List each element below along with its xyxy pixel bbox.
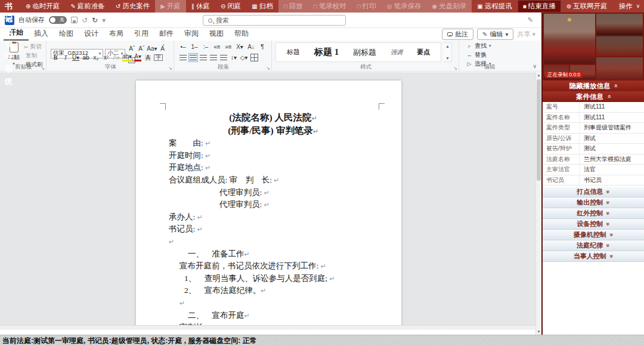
change-case-icon[interactable]: Aa▾ — [146, 45, 157, 54]
ribbon-tab[interactable]: 邮件 — [154, 29, 179, 41]
case-info-bar[interactable]: 案件信息» — [543, 91, 644, 102]
menu-transcript-check[interactable]: □ 笔录校对 — [308, 0, 352, 13]
menu-transcript-save[interactable]: ◎ 笔录保存 — [382, 0, 427, 13]
ribbon-tab[interactable]: 插入 — [29, 29, 54, 41]
share-button[interactable]: 共享 ▾ — [517, 30, 535, 39]
multilevel-list-icon[interactable]: :– — [201, 42, 210, 51]
dialog-launcher-icon[interactable]: ↘ — [453, 66, 457, 71]
replace-item[interactable]: ↔ 替换 — [466, 51, 491, 59]
scroll-down-icon[interactable]: ▼ — [445, 56, 450, 60]
align-center-icon[interactable] — [188, 53, 198, 62]
bullets-icon[interactable]: •– — [178, 42, 188, 51]
autosave-toggle[interactable]: 关 — [49, 16, 67, 24]
actions-menu[interactable]: 操作 ∨ — [613, 0, 644, 13]
redo-icon[interactable]: ↻ — [92, 16, 98, 24]
menu-internet-court[interactable]: ⊚ 互联网开庭 — [561, 0, 613, 13]
enclose-char-icon[interactable]: 字 — [153, 53, 163, 62]
style-gallery-scroll[interactable]: ▲ ▼ — [444, 42, 452, 62]
section-marking-info[interactable]: 打点信息» — [543, 187, 644, 197]
dialog-launcher-icon[interactable]: ↘ — [266, 66, 270, 71]
ribbon-tab[interactable]: 帮助 — [229, 29, 254, 41]
copy-icon[interactable]: 复制 — [24, 52, 43, 60]
menu-close-court[interactable]: ⊖ 闭庭 — [215, 0, 246, 13]
style-subtitle[interactable]: 副标题 — [353, 47, 376, 58]
strikethrough-icon[interactable]: ab — [81, 53, 91, 62]
align-right-icon[interactable] — [199, 53, 208, 62]
undo-icon[interactable]: ↺ — [82, 16, 88, 24]
menu-archive[interactable]: ▦ 归档 — [246, 0, 278, 13]
horizontal-scroll-area[interactable] — [0, 325, 535, 330]
scroll-up-icon[interactable]: ▲ — [536, 72, 541, 78]
video-feed-2[interactable] — [596, 14, 643, 35]
line-spacing-icon[interactable]: ↕▾ — [229, 53, 239, 62]
scroll-up-icon[interactable]: ▲ — [445, 44, 450, 48]
section-infrared-control[interactable]: 红外控制» — [543, 208, 644, 219]
edit-mode-button[interactable]: ✎ 编辑 ▾ — [477, 29, 513, 40]
dialog-launcher-icon[interactable]: ↘ — [168, 66, 172, 71]
font-color-icon[interactable]: A▾ — [133, 53, 143, 62]
section-camera-control[interactable]: 摄像机控制» — [543, 230, 644, 240]
menu-pretrial-prep[interactable]: ✎ 庭前准备 — [65, 0, 110, 13]
highlight-icon[interactable]: ab▾ — [122, 53, 132, 62]
find-item[interactable]: ⌕ 查找 ▾ — [466, 42, 491, 50]
distribute-icon[interactable] — [219, 53, 228, 62]
cut-icon[interactable]: ✂ 剪切 — [24, 43, 43, 51]
menu-playback[interactable]: □ 回放 — [278, 0, 308, 13]
hide-playback-info-bar[interactable]: 隐藏播放信息» — [543, 81, 644, 91]
text-effects-icon[interactable]: A▾ — [112, 53, 121, 62]
superscript-icon[interactable]: x² — [101, 53, 111, 62]
section-party-control[interactable]: 当事人控制» — [543, 251, 644, 262]
style-keypoint[interactable]: 要点 — [417, 48, 430, 57]
bold-icon[interactable]: B — [51, 53, 60, 62]
dialog-launcher-icon[interactable]: ↘ — [41, 66, 45, 71]
scrollbar-thumb[interactable] — [537, 79, 541, 181]
ribbon-tab[interactable]: 视图 — [204, 29, 229, 41]
numbering-icon[interactable]: 1– — [190, 42, 199, 51]
ribbon-tab[interactable]: 绘图 — [54, 29, 79, 41]
asian-layout-icon[interactable]: X▾ — [235, 42, 244, 51]
char-shading-icon[interactable]: A — [143, 53, 153, 62]
style-emphasis[interactable]: 强调 — [391, 48, 402, 57]
video-feed-main[interactable] — [544, 14, 595, 64]
menu-open-court[interactable]: ▶ 开庭 — [155, 0, 186, 13]
menu-print[interactable]: □ 打印 — [352, 0, 382, 13]
borders-icon[interactable] — [249, 53, 259, 62]
ribbon-tab[interactable]: 布局 — [104, 29, 129, 41]
sort-icon[interactable]: A↓ — [246, 42, 256, 51]
pen-icon[interactable]: ✎ — [528, 16, 533, 24]
shrink-font-icon[interactable]: Aˇ — [137, 45, 146, 54]
collapse-ribbon-icon[interactable]: ∨ — [532, 63, 537, 69]
align-left-icon[interactable] — [178, 53, 188, 62]
search-input[interactable]: 搜索 — [203, 15, 346, 26]
video-feed-3[interactable] — [596, 36, 643, 56]
increase-indent-icon[interactable]: »≡ — [224, 42, 233, 51]
italic-icon[interactable]: I — [61, 53, 70, 62]
menu-temp-session[interactable]: ⊕ 临时开庭 — [20, 0, 65, 13]
ribbon-tab[interactable]: 审阅 — [179, 29, 204, 41]
style-heading1[interactable]: 标题 1 — [314, 47, 339, 58]
underline-icon[interactable]: U▾ — [71, 53, 80, 62]
document-page[interactable]: (法院名称) 人民法院↵ (刑事/民事) 审判笔录↵ 案 由: ↵ 开庭时间: … — [136, 81, 401, 330]
ribbon-tab[interactable]: 引用 — [129, 29, 154, 41]
menu-end-live[interactable]: ■ 结束直播 — [518, 0, 561, 13]
pilcrow-icon[interactable]: ¶ — [258, 42, 267, 51]
vertical-scrollbar[interactable]: ▲ ▼ — [535, 72, 541, 335]
menu-history-cases[interactable]: ↺ 历史案件 — [110, 0, 155, 13]
quick-access-more-icon[interactable]: ▾ — [102, 16, 106, 24]
decrease-indent-icon[interactable]: «≡ — [212, 42, 222, 51]
comment-button[interactable]: 批注 — [442, 29, 473, 40]
ribbon-tab[interactable]: 设计 — [79, 29, 104, 41]
justify-icon[interactable] — [209, 53, 218, 62]
shading-icon[interactable]: ◇▾ — [239, 53, 249, 62]
video-feed-4[interactable] — [596, 57, 643, 79]
section-output-control[interactable]: 输出控制» — [543, 197, 644, 208]
section-device-control[interactable]: 设备控制» — [543, 219, 644, 230]
scroll-down-icon[interactable]: ▼ — [536, 329, 541, 335]
menu-recess[interactable]: ∥ 休庭 — [186, 0, 215, 13]
save-icon[interactable] — [71, 17, 78, 23]
grow-font-icon[interactable]: Aˆ — [127, 45, 137, 54]
menu-disc-burn[interactable]: ◉ 光盘刻录 — [427, 0, 472, 13]
menu-remote-interrogation[interactable]: ▣ 远程提讯 — [472, 0, 517, 13]
subscript-icon[interactable]: x₂ — [91, 53, 101, 62]
style-title[interactable]: 标题 — [287, 48, 300, 57]
